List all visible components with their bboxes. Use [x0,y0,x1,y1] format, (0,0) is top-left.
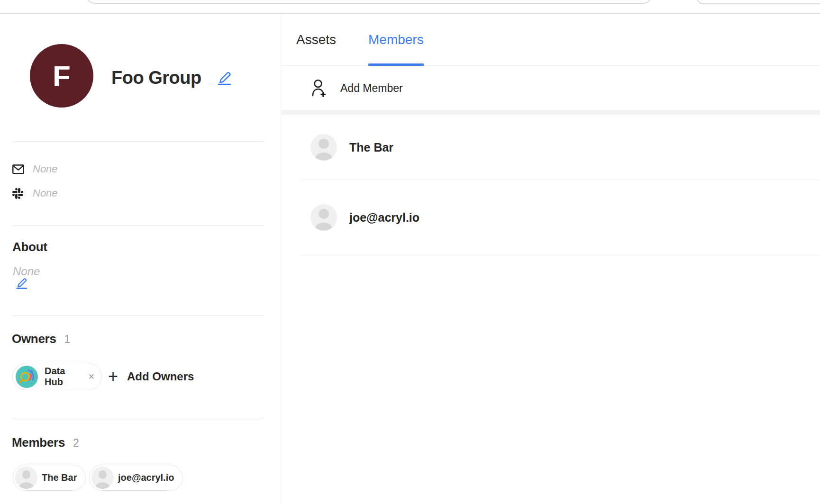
member-list-item-joe[interactable]: joe@acryl.io [282,180,820,255]
datahub-logo-icon [16,366,38,388]
slack-icon [12,188,25,199]
owners-heading-label: Owners [12,332,56,346]
about-value: None [13,265,40,278]
member-pill-label: The Bar [42,472,77,483]
divider [12,225,264,226]
group-avatar: F [30,44,93,108]
edit-about-icon[interactable] [16,277,28,289]
app-header [0,0,820,14]
tab-bar: Assets Members [282,14,820,66]
person-avatar-icon [15,467,37,489]
owner-pill-datahub[interactable]: Data Hub ✕ [12,363,102,390]
plus-icon: + [108,368,118,385]
group-name-title: Foo Group [111,67,201,89]
edit-group-name-icon[interactable] [217,71,232,86]
member-pill-label: joe@acryl.io [118,472,174,483]
email-icon [12,164,25,174]
member-name: The Bar [349,141,393,154]
person-avatar-icon [91,467,114,489]
group-avatar-letter: F [53,59,71,93]
owner-pill-label: Data Hub [45,366,83,387]
person-avatar-icon [310,134,337,161]
divider [300,255,820,255]
add-member-button[interactable]: Add Member [282,66,820,110]
slack-value: None [33,187,58,199]
members-count: 2 [73,437,79,449]
global-search-input[interactable] [86,0,652,4]
email-value: None [33,163,58,175]
member-list-item-the-bar[interactable]: The Bar [282,115,820,180]
divider [12,141,264,142]
members-heading-label: Members [12,435,65,450]
section-gap [282,110,820,115]
member-pill-the-bar[interactable]: The Bar [13,465,86,491]
tab-assets[interactable]: Assets [296,14,336,66]
member-name: joe@acryl.io [349,211,419,225]
about-heading: About [12,240,47,254]
add-owners-label: Add Owners [127,370,194,383]
group-profile-sidebar: F Foo Group None [0,14,281,504]
group-profile-page: F Foo Group None [0,0,820,504]
remove-owner-icon[interactable]: ✕ [88,373,95,381]
divider [12,315,264,316]
header-button-partial[interactable] [697,0,820,4]
add-owners-button[interactable]: + Add Owners [108,363,194,390]
member-pill-joe[interactable]: joe@acryl.io [89,465,183,491]
divider [12,418,264,418]
person-avatar-icon [310,204,337,231]
slack-row: None [12,187,58,199]
owners-count: 1 [64,333,71,345]
email-row: None [12,163,58,175]
tab-members[interactable]: Members [368,14,424,66]
user-add-icon [312,79,326,98]
add-member-label: Add Member [340,82,403,95]
owners-heading: Owners1 [12,332,70,346]
members-heading: Members2 [12,435,79,450]
group-detail-main: Assets Members Add Member The Bar joe@ac… [282,14,820,504]
